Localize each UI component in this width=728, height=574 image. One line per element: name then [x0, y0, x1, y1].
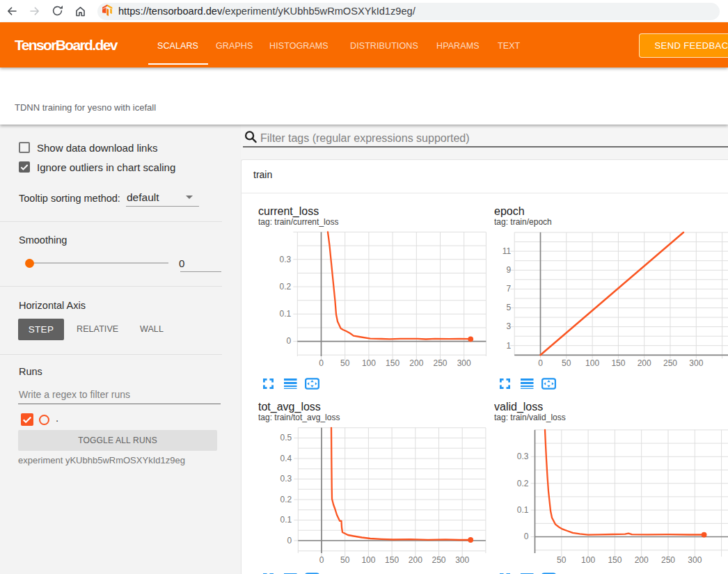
svg-text:300: 300: [455, 555, 469, 565]
svg-text:150: 150: [386, 358, 399, 368]
svg-text:100: 100: [581, 555, 595, 565]
svg-text:50: 50: [340, 358, 350, 368]
svg-text:50: 50: [557, 555, 567, 565]
svg-text:3: 3: [507, 321, 512, 331]
svg-text:300: 300: [689, 358, 703, 368]
svg-text:0.5: 0.5: [280, 433, 292, 443]
svg-text:0.3: 0.3: [280, 255, 292, 264]
svg-text:250: 250: [663, 358, 677, 368]
svg-text:0: 0: [287, 536, 292, 545]
svg-text:300: 300: [457, 358, 471, 368]
svg-text:5: 5: [507, 303, 512, 312]
svg-text:100: 100: [585, 358, 599, 368]
svg-text:0.1: 0.1: [280, 515, 292, 525]
svg-text:300: 300: [688, 555, 702, 565]
svg-text:0: 0: [524, 532, 529, 541]
svg-text:0.1: 0.1: [517, 505, 529, 515]
svg-text:0: 0: [287, 336, 292, 346]
svg-text:1: 1: [507, 341, 512, 351]
svg-text:0: 0: [319, 358, 324, 368]
svg-text:200: 200: [409, 555, 422, 565]
svg-text:0.2: 0.2: [280, 495, 292, 504]
svg-text:200: 200: [409, 358, 423, 368]
svg-text:0: 0: [538, 358, 543, 368]
svg-text:250: 250: [432, 555, 445, 565]
svg-text:0.3: 0.3: [280, 474, 292, 484]
svg-text:250: 250: [433, 358, 447, 368]
svg-text:50: 50: [562, 358, 571, 368]
svg-text:50: 50: [340, 555, 350, 565]
svg-text:0.2: 0.2: [517, 479, 529, 488]
svg-text:0.3: 0.3: [517, 452, 529, 461]
svg-text:0.4: 0.4: [280, 454, 292, 463]
svg-text:150: 150: [385, 555, 399, 565]
svg-text:200: 200: [635, 555, 649, 565]
svg-text:11: 11: [503, 246, 512, 256]
svg-text:7: 7: [507, 284, 512, 294]
svg-text:200: 200: [638, 358, 651, 368]
svg-text:150: 150: [608, 555, 622, 565]
svg-text:100: 100: [362, 358, 376, 368]
svg-text:150: 150: [611, 358, 625, 368]
svg-text:100: 100: [361, 555, 375, 565]
svg-text:250: 250: [661, 555, 675, 565]
svg-text:0.2: 0.2: [280, 282, 292, 292]
svg-text:0: 0: [319, 555, 324, 565]
svg-text:0.1: 0.1: [280, 309, 292, 319]
svg-text:9: 9: [507, 265, 512, 275]
